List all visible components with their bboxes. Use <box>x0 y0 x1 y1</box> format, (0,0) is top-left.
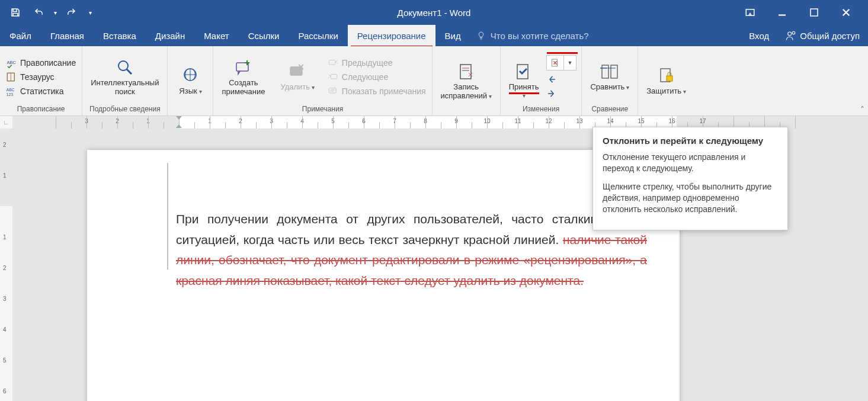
group-tracking: Запись исправлений <box>433 46 501 116</box>
next-change-button[interactable] <box>546 88 577 99</box>
group-proofing: ABC Правописание Тезаурус ABC123 Статист… <box>0 46 82 116</box>
new-comment-button[interactable]: Создать примечание <box>218 56 268 98</box>
tab-selector[interactable]: ∟ <box>0 116 13 129</box>
stats-icon: ABC123 <box>6 86 17 97</box>
save-icon <box>10 7 21 18</box>
previous-change-button[interactable] <box>546 74 577 85</box>
accept-button[interactable]: Принять <box>505 60 543 93</box>
close-icon <box>841 7 851 18</box>
show-comments-button[interactable]: Показать примечания <box>326 85 427 98</box>
group-comments: Создать примечание Удалить Предыдущее Сл… <box>213 46 432 116</box>
svg-rect-24 <box>552 59 557 66</box>
group-insights: Интеллектуальный поиск Подробные сведени… <box>82 46 168 116</box>
document-page[interactable]: При получении документа от других пользо… <box>87 150 680 401</box>
comment-delete-icon <box>288 62 307 81</box>
customize-qat-dropdown[interactable]: ▾ <box>83 0 97 25</box>
svg-rect-28 <box>611 65 617 78</box>
redo-button[interactable] <box>59 0 83 25</box>
undo-icon <box>34 7 44 18</box>
svg-marker-33 <box>176 116 182 120</box>
delete-comment-button[interactable]: Удалить <box>277 60 318 93</box>
comments-icon <box>328 86 338 97</box>
reject-split-button[interactable]: ▼ <box>546 55 577 70</box>
group-label-language <box>172 113 208 114</box>
ribbon-display-options[interactable] <box>745 7 755 18</box>
change-indicator-bar <box>167 163 168 270</box>
document-paragraph[interactable]: При получении документа от других пользо… <box>176 209 647 291</box>
window-controls <box>745 7 868 18</box>
smart-lookup-button[interactable]: Интеллектуальный поиск <box>87 56 162 98</box>
compare-button[interactable]: Сравнить <box>587 60 633 93</box>
tab-references[interactable]: Ссылки <box>239 25 289 46</box>
svg-marker-34 <box>176 124 182 128</box>
svg-point-10 <box>118 61 128 70</box>
quick-access-toolbar: ▾ ▾ <box>0 0 97 25</box>
tooltip-line1: Отклонение текущего исправления и перехо… <box>603 152 778 174</box>
tab-view[interactable]: Вид <box>435 25 470 46</box>
tell-me-search[interactable]: Что вы хотите сделать? <box>476 25 589 46</box>
window-title: Документ1 - Word <box>0 8 868 18</box>
maximize-icon <box>809 7 819 18</box>
next-comment-button[interactable]: Следующее <box>326 70 427 84</box>
spelling-button[interactable]: ABC Правописание <box>5 56 77 69</box>
group-label-tracking <box>437 113 495 114</box>
group-label-comments: Примечания <box>218 105 427 114</box>
book-icon <box>6 72 17 82</box>
share-icon <box>786 30 796 41</box>
tab-home[interactable]: Главная <box>41 25 94 46</box>
save-button[interactable] <box>4 0 27 25</box>
prev-comment-button[interactable]: Предыдущее <box>326 56 427 69</box>
tab-insert[interactable]: Вставка <box>94 25 146 46</box>
accept-icon <box>514 62 533 81</box>
group-changes: Принять ▼ Изменения <box>501 46 582 116</box>
svg-point-4 <box>792 31 795 34</box>
group-label-compare: Сравнение <box>587 105 633 114</box>
reject-dropdown[interactable]: ▼ <box>564 60 576 66</box>
minimize-button[interactable] <box>777 7 787 18</box>
group-language: Язык <box>168 46 213 116</box>
tooltip-title: Отклонить и перейти к следующему <box>603 136 778 146</box>
lightbulb-icon <box>476 31 486 40</box>
vertical-ruler[interactable]: 21123456 <box>0 129 13 401</box>
ribbon-options-icon <box>745 7 755 18</box>
group-label-insights: Подробные сведения <box>87 105 162 114</box>
undo-button[interactable] <box>27 0 51 25</box>
thesaurus-button[interactable]: Тезаурус <box>5 70 77 84</box>
compare-icon <box>600 62 619 81</box>
signin-button[interactable]: Вход <box>741 31 777 41</box>
tab-file[interactable]: Файл <box>0 25 41 46</box>
comment-prev-icon <box>328 57 338 68</box>
track-changes-button[interactable]: Запись исправлений <box>437 60 495 102</box>
tab-design[interactable]: Дизайн <box>146 25 194 46</box>
reject-tooltip: Отклонить и перейти к следующему Отклоне… <box>592 127 788 230</box>
globe-icon <box>181 66 200 85</box>
ribbon: ABC Правописание Тезаурус ABC123 Статист… <box>0 46 868 116</box>
svg-rect-20 <box>460 65 471 79</box>
tab-layout[interactable]: Макет <box>194 25 238 46</box>
reject-button[interactable] <box>547 58 563 68</box>
protect-button[interactable]: Защитить <box>643 65 690 97</box>
language-button[interactable]: Язык <box>172 65 208 97</box>
group-label-proofing: Правописание <box>5 105 77 114</box>
tab-mailings[interactable]: Рассылки <box>289 25 347 46</box>
undo-dropdown[interactable]: ▾ <box>51 0 59 25</box>
svg-rect-17 <box>329 88 336 92</box>
svg-text:123: 123 <box>7 92 14 96</box>
redo-icon <box>66 7 76 18</box>
svg-rect-2 <box>811 9 818 16</box>
track-changes-icon <box>457 62 476 81</box>
next-change-icon <box>546 88 557 99</box>
group-protect: Защитить <box>638 46 694 116</box>
share-button[interactable]: Общий доступ <box>777 30 868 41</box>
close-button[interactable] <box>841 7 851 18</box>
group-label-protect <box>643 113 690 114</box>
maximize-button[interactable] <box>809 7 819 18</box>
collapse-ribbon-button[interactable]: ˄ <box>860 105 864 114</box>
group-label-changes: Изменения <box>505 105 577 114</box>
svg-text:ABC: ABC <box>7 59 17 65</box>
svg-rect-15 <box>329 60 335 65</box>
tab-review[interactable]: Рецензирование <box>348 25 435 46</box>
group-compare: Сравнить Сравнение <box>582 46 638 116</box>
word-count-button[interactable]: ABC123 Статистика <box>5 85 77 98</box>
tell-me-placeholder: Что вы хотите сделать? <box>491 31 589 41</box>
